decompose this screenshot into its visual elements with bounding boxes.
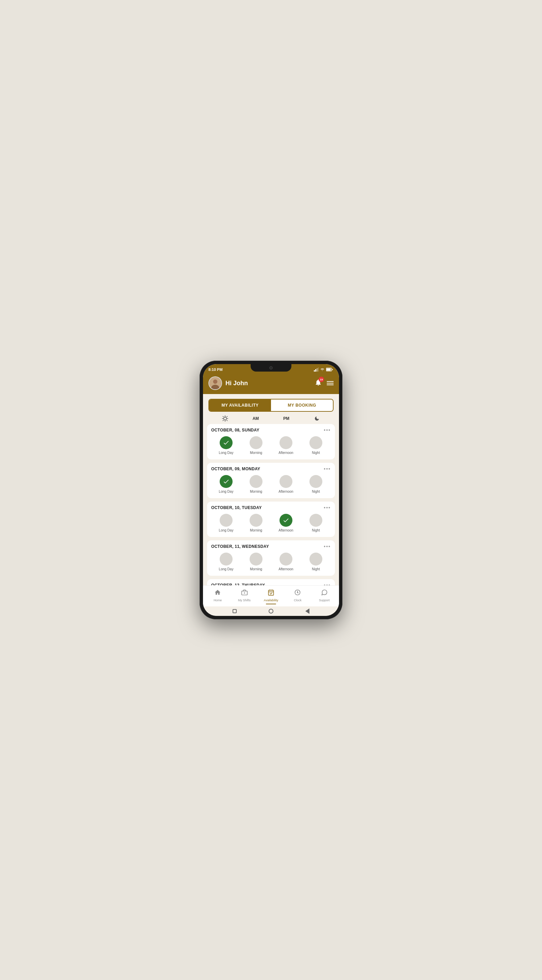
more-menu-0[interactable]: ••• [324,427,331,433]
slot-circle-2-3[interactable] [309,514,322,527]
nav-label-home: Home [214,598,222,602]
slot-circle-2-0[interactable] [220,514,233,527]
slot-3-1: Morning [241,553,271,571]
slot-circle-2-2[interactable] [279,514,292,527]
svg-line-18 [223,420,224,421]
slot-circle-0-2[interactable] [279,436,292,449]
battery-icon [326,368,333,372]
slot-label-1-0: Long Day [219,490,234,493]
nav-label-clock: Clock [294,598,302,602]
slot-2-0: Long Day [211,514,241,532]
status-time: 8:10 PM [208,368,223,372]
svg-rect-1 [315,369,316,372]
slot-circle-0-0[interactable] [220,436,233,449]
slot-circle-1-0[interactable] [220,475,233,488]
nav-item-myshifts[interactable]: My Shifts [231,588,257,605]
slot-1-3: Night [301,475,331,493]
slot-0-1: Morning [241,436,271,455]
day-title-4: OCTOBER, 12, THURSDAY [211,583,265,585]
slot-2-2: Afternoon [271,514,301,532]
day-title-3: OCTOBER, 11, WEDNESDAY [211,544,269,549]
slot-label-2-1: Morning [250,528,262,532]
slot-circle-0-3[interactable] [309,436,322,449]
nav-item-availability[interactable]: Availability [258,588,284,605]
bell-badge: 19 [319,377,324,382]
slot-circle-3-3[interactable] [309,553,322,566]
slot-circle-2-1[interactable] [250,514,263,527]
bell-container[interactable]: 19 [315,379,322,388]
nav-item-support[interactable]: Support [311,588,338,605]
tab-availability[interactable]: MY AVAILABILITY [209,399,271,411]
svg-line-17 [227,417,227,417]
wifi-icon [320,368,325,372]
slot-circle-1-3[interactable] [309,475,322,488]
day-card-3: OCTOBER, 11, WEDNESDAY•••Long DayMorning… [207,540,335,576]
home-icon [214,589,221,598]
nav-label-support: Support [319,598,330,602]
android-home-button[interactable] [268,608,274,614]
svg-rect-5 [326,369,331,371]
day-header-4: OCTOBER, 12, THURSDAY••• [211,582,331,585]
tab-booking[interactable]: MY BOOKING [271,399,333,411]
nav-label-myshifts: My Shifts [238,598,250,602]
header-left: Hi John [208,376,248,390]
slot-0-0: Long Day [211,436,241,455]
slot-circle-3-0[interactable] [220,553,233,566]
myshifts-icon [241,589,248,598]
slot-0-3: Night [301,436,331,455]
signal-icon [314,368,319,372]
bottom-nav: HomeMy ShiftsAvailabilityClockSupport [203,585,339,606]
day-title-0: OCTOBER, 08, SUNDAY [211,428,260,433]
slot-label-0-0: Long Day [219,451,234,455]
phone-screen: 8:10 PM [203,364,339,616]
support-icon [321,589,328,598]
slot-label-1-3: Night [312,490,320,493]
slot-label-0-1: Morning [250,451,262,455]
tabs: MY AVAILABILITY MY BOOKING [208,399,334,412]
slot-label-0-3: Night [312,451,320,455]
days-scroll-area[interactable]: OCTOBER, 08, SUNDAY•••Long DayMorningAft… [203,424,339,585]
slot-label-2-0: Long Day [219,528,234,532]
menu-button[interactable] [327,381,334,385]
tabs-container: MY AVAILABILITY MY BOOKING [203,394,339,412]
android-back-button[interactable] [304,608,311,614]
home-icon [269,609,273,614]
menu-line [327,385,334,385]
moon-icon [314,416,320,421]
nav-label-availability: Availability [264,598,278,602]
day-card-1: OCTOBER, 09, MONDAY•••Long DayMorningAft… [207,463,335,498]
more-menu-1[interactable]: ••• [324,466,331,472]
slot-circle-3-1[interactable] [250,553,263,566]
day-header-1: OCTOBER, 09, MONDAY••• [211,466,331,472]
slot-circle-1-2[interactable] [279,475,292,488]
slot-label-1-1: Morning [250,490,262,493]
availability-icon [268,589,274,598]
more-menu-2[interactable]: ••• [324,505,331,511]
slot-1-1: Morning [241,475,271,493]
slot-1-0: Long Day [211,475,241,493]
slot-circle-3-2[interactable] [279,553,292,566]
svg-point-10 [224,417,227,420]
svg-point-27 [298,592,298,593]
slot-label-3-2: Afternoon [279,567,293,571]
recent-icon [233,609,237,613]
slot-circle-1-1[interactable] [250,475,263,488]
more-menu-4[interactable]: ••• [324,582,331,585]
nav-item-clock[interactable]: Clock [284,588,311,605]
clock-icon [294,589,301,598]
day-title-1: OCTOBER, 09, MONDAY [211,466,260,471]
phone-frame: 8:10 PM [200,361,342,619]
day-slots-2: Long DayMorningAfternoonNight [211,514,331,532]
slot-circle-0-1[interactable] [250,436,263,449]
android-recent-button[interactable] [231,608,238,614]
svg-line-15 [223,417,224,417]
svg-rect-6 [332,369,333,370]
nav-item-home[interactable]: Home [204,588,231,605]
nav-active-bar-availability [266,604,276,605]
day-card-2: OCTOBER, 10, TUESDAY•••Long DayMorningAf… [207,501,335,537]
slot-label-2-2: Afternoon [279,528,293,532]
svg-rect-0 [314,370,315,372]
day-header-2: OCTOBER, 10, TUESDAY••• [211,505,331,511]
more-menu-3[interactable]: ••• [324,544,331,549]
day-card-4: OCTOBER, 12, THURSDAY•••Long DayMorningA… [207,579,335,585]
